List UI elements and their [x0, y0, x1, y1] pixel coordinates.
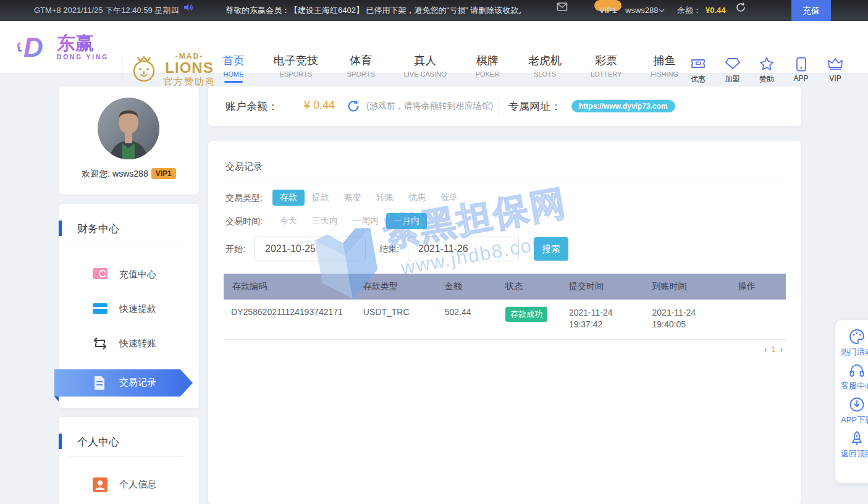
nav-item-app[interactable]: APP	[787, 57, 815, 85]
mail-icon[interactable]	[556, 0, 568, 21]
nav-item-home[interactable]: 首页 HOME	[222, 53, 245, 83]
start-date-label: 开始:	[225, 244, 245, 255]
divider	[66, 243, 183, 243]
divider	[225, 180, 784, 180]
end-date-input[interactable]	[408, 237, 519, 261]
type-pill-withdraw[interactable]: 提款	[305, 190, 337, 206]
type-pill-reminder[interactable]: 催单	[433, 190, 465, 206]
time-pill-3days[interactable]: 三天内	[305, 213, 345, 229]
next-page-button[interactable]: ›	[780, 345, 783, 354]
person-icon	[92, 477, 108, 495]
time-filter-row: 今天 三天内 一周内 一月内	[272, 213, 427, 229]
menu-item-recharge-center[interactable]: 充值中心	[59, 262, 199, 287]
time-pill-week[interactable]: 一周内	[345, 213, 386, 229]
logo-cn-text: 东赢	[57, 34, 109, 52]
divider	[499, 95, 499, 117]
ticket-icon	[684, 57, 712, 72]
transfer-icon	[92, 336, 108, 353]
nav-item-lottery[interactable]: 彩票 LOTTERY	[591, 53, 622, 83]
personal-menu-card: 个人中心 个人信息	[59, 417, 199, 504]
document-icon	[92, 375, 107, 393]
refresh-icon[interactable]	[347, 99, 360, 116]
pagination: ‹1›	[764, 345, 783, 354]
phone-icon	[787, 57, 815, 72]
crown-icon	[821, 57, 849, 72]
nav-item-poker[interactable]: 棋牌 POKER	[476, 53, 500, 83]
col-deposit-code: 存款编码	[224, 274, 356, 300]
nav-item-esports[interactable]: 电子竞技 ESPORTS	[274, 53, 318, 83]
palette-icon	[835, 329, 868, 345]
avatar	[98, 98, 159, 159]
nav-item-promotions[interactable]: 优惠	[684, 57, 712, 85]
menu-item-quick-transfer[interactable]: 快速转账	[59, 332, 199, 356]
speaker-icon	[183, 0, 194, 21]
accent-bar	[59, 434, 62, 449]
search-button[interactable]: 搜索	[534, 237, 568, 261]
cell-status: 存款成功	[498, 300, 562, 340]
logo-en-text: DONG YING	[57, 54, 109, 61]
cell-deposit-code: DY258620211124193742171	[224, 300, 356, 340]
exclusive-url-label: 专属网址：	[508, 99, 561, 114]
main-navbar: D 东赢 DONG YING -MAD- LIONS 官方赞助商 首	[0, 21, 868, 74]
divider	[66, 456, 183, 456]
type-pill-transfer[interactable]: 转账	[369, 190, 401, 206]
datetime-text: GTM+8 2021/11/25 下午12:40:59 星期四	[34, 0, 179, 21]
start-date-input[interactable]	[255, 237, 366, 261]
menu-item-transaction-records[interactable]: 交易记录	[54, 369, 193, 397]
nav-item-vip[interactable]: VIP	[821, 57, 849, 85]
time-pill-today[interactable]: 今天	[272, 213, 305, 229]
menu-item-quick-withdraw[interactable]: 快速提款	[59, 297, 199, 322]
type-filter-label: 交易类型:	[225, 193, 263, 204]
sponsor-logo: -MAD- LIONS 官方赞助商	[130, 52, 216, 88]
current-page: 1	[771, 345, 775, 354]
float-menu: 热门活动 客服中心 APP下载 返回顶部	[835, 320, 868, 483]
site-logo[interactable]: D 东赢 DONG YING	[16, 31, 109, 63]
float-item-back-to-top[interactable]: 返回顶部	[835, 430, 868, 460]
type-pill-account-change[interactable]: 账变	[337, 190, 369, 206]
nav-item-affiliate[interactable]: 加盟	[718, 57, 747, 85]
balance-value: ¥0.44	[706, 0, 726, 21]
accent-bar	[59, 220, 62, 236]
svg-text:D: D	[23, 32, 43, 62]
float-item-app-download[interactable]: APP下载	[835, 397, 868, 426]
nav-item-live-casino[interactable]: 真人 LIVE CASINO	[404, 53, 447, 83]
menu-item-personal-info[interactable]: 个人信息	[59, 472, 199, 497]
lion-icon	[130, 54, 158, 86]
cell-deposit-type: USDT_TRC	[356, 300, 437, 340]
balance-note: (游戏前，请将余额转到相应场馆)	[366, 101, 493, 112]
refresh-balance-icon[interactable]	[735, 0, 746, 21]
nav-icon-list: 优惠 加盟 赞助 APP	[684, 57, 849, 85]
nav-item-slots[interactable]: 老虎机 SLOTS	[528, 53, 562, 83]
recharge-button[interactable]: 充值	[791, 0, 831, 21]
brand-divider	[122, 55, 122, 83]
panel-title: 交易记录	[225, 161, 263, 173]
cell-amount: 502.44	[437, 300, 498, 340]
nav-item-sports[interactable]: 体育 SPORTS	[347, 53, 375, 83]
d-logo-icon: D	[16, 31, 53, 63]
banner-fold	[54, 397, 59, 401]
diamond-icon	[718, 57, 747, 72]
welcome-row: 欢迎您: wsws288VIP1	[59, 168, 199, 180]
type-pill-deposit[interactable]: 存款	[272, 190, 305, 206]
finance-menu-card: 财务中心 充值中心 快速提款 快速转账 交易记录	[59, 204, 199, 408]
float-item-customer-service[interactable]: 客服中心	[835, 363, 868, 392]
username-text[interactable]: wsws288	[625, 0, 658, 21]
exclusive-url-pill[interactable]: https://www.dyvip73.com	[571, 100, 675, 112]
end-date-label: 结束:	[379, 244, 399, 255]
wallet-icon	[92, 267, 108, 283]
time-pill-month[interactable]: 一月内	[386, 213, 427, 229]
chevron-down-icon[interactable]	[659, 0, 665, 21]
type-filter-row: 存款 提款 账变 转账 优惠 催单	[272, 190, 465, 206]
col-submit-time: 提交时间	[562, 274, 645, 300]
col-amount: 金额	[437, 274, 498, 300]
status-badge: 存款成功	[505, 307, 547, 322]
nav-item-sponsor[interactable]: 赞助	[752, 57, 781, 85]
float-item-hot-activities[interactable]: 热门活动	[835, 329, 868, 358]
records-table: 存款编码 存款类型 金额 状态 提交时间 到账时间 操作 DY258620211…	[224, 274, 786, 340]
finance-title: 财务中心	[77, 222, 119, 236]
nav-item-fishing[interactable]: 捕鱼 FISHING	[651, 53, 678, 83]
type-pill-promo[interactable]: 优惠	[401, 190, 433, 206]
balance-label: 余额：	[677, 0, 701, 21]
account-balance-label: 账户余额：	[225, 99, 278, 114]
prev-page-button[interactable]: ‹	[764, 345, 767, 354]
